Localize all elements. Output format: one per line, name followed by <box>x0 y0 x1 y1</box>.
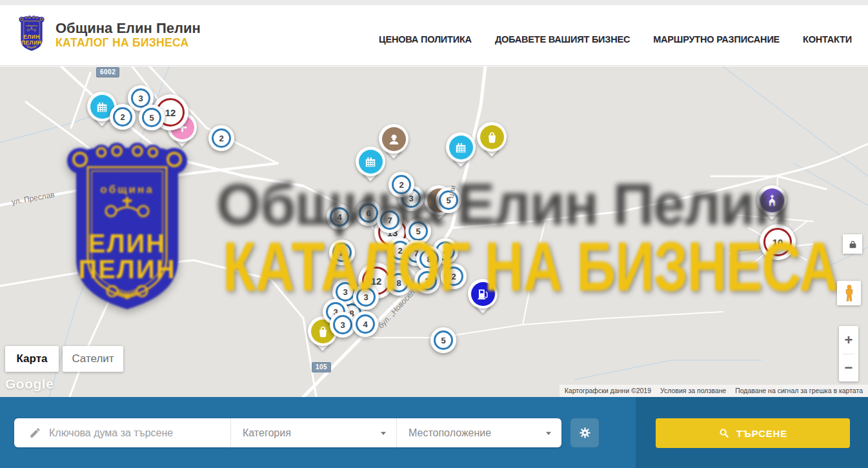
lock-control-button[interactable] <box>843 234 862 254</box>
advanced-search-button[interactable] <box>570 418 599 447</box>
search-bar: Категория Местоположение <box>0 397 868 468</box>
map-cluster-marker[interactable]: 7 <box>377 207 403 233</box>
zoom-out-button[interactable]: − <box>839 354 858 382</box>
google-logo[interactable]: Google <box>5 376 54 392</box>
top-strip <box>0 0 868 5</box>
map-pin-fuel[interactable] <box>468 279 498 309</box>
map-type-control: Карта Сателит <box>5 346 123 372</box>
map-cluster-marker[interactable]: 5 <box>430 327 456 353</box>
map-cluster-marker[interactable]: 3 <box>330 312 356 338</box>
pegman-icon <box>843 283 856 303</box>
category-select[interactable]: Категория <box>231 418 396 447</box>
site-logo[interactable]: община ЕЛИН ПЕЛИН Община Елин Пелин КАТА… <box>16 15 201 56</box>
map-pin-bag[interactable] <box>477 122 507 152</box>
chevron-down-icon <box>381 432 386 435</box>
map-cluster-marker[interactable]: 2 <box>389 172 414 198</box>
map-cluster-marker[interactable]: 2 <box>441 263 467 289</box>
site-title: Община Елин Пелин <box>56 21 201 37</box>
keyword-field <box>14 418 231 447</box>
nav-item-2[interactable]: МАРШРУТНО РАЗПИСАНИЕ <box>653 34 780 45</box>
main-nav: ЦЕНОВА ПОЛИТИКАДОБАВЕТЕ ВАШИЯТ БИЗНЕСМАР… <box>379 26 852 45</box>
location-select[interactable]: Местоположение <box>396 418 561 447</box>
zoom-in-button[interactable]: + <box>839 327 858 354</box>
map-cluster-marker[interactable]: 10 <box>760 224 796 260</box>
map-pin-building[interactable] <box>446 132 476 162</box>
search-fields: Категория Местоположение <box>14 418 561 447</box>
street-view-pegman-button[interactable] <box>837 281 861 305</box>
map-attribution: Картографски данни ©2019Условия за ползв… <box>560 385 868 397</box>
header: община ЕЛИН ПЕЛИН Община Елин Пелин КАТА… <box>0 5 868 66</box>
google-map[interactable]: 1232521332564752478212822833334510600210… <box>0 66 868 397</box>
map-cluster-marker[interactable]: 4 <box>352 311 378 337</box>
attribution-text: Картографски данни ©2019 <box>565 387 651 394</box>
map-cluster-marker[interactable]: 2 <box>329 239 355 265</box>
map-type-satellite-button[interactable]: Сателит <box>63 346 123 372</box>
gear-icon <box>578 426 592 440</box>
lock-icon <box>848 239 858 249</box>
municipality-emblem-icon: община ЕЛИН ПЕЛИН <box>16 15 47 56</box>
map-pin-church[interactable] <box>757 185 787 215</box>
pencil-icon <box>29 427 41 439</box>
page: община ЕЛИН ПЕЛИН Община Елин Пелин КАТА… <box>0 0 868 468</box>
site-subtitle: КАТАЛОГ НА БИЗНЕСА <box>56 37 201 50</box>
map-cluster-marker[interactable]: 5 <box>139 105 165 130</box>
nav-item-0[interactable]: ЦЕНОВА ПОЛИТИКА <box>379 34 472 45</box>
svg-text:ПЕЛИН: ПЕЛИН <box>21 39 42 46</box>
map-cluster-marker[interactable]: 2 <box>414 268 440 294</box>
nav-item-3[interactable]: КОНТАКТИ <box>803 34 852 45</box>
attribution-link[interactable]: Условия за ползване <box>660 387 726 394</box>
attribution-link[interactable]: Подаване на сигнал за грешка в картата <box>735 387 863 394</box>
road-number-badge: 6002 <box>96 67 119 77</box>
map-cluster-marker[interactable]: 3 <box>353 284 379 310</box>
svg-text:община: община <box>26 25 37 27</box>
map-type-map-button[interactable]: Карта <box>5 346 59 372</box>
search-icon <box>718 427 730 439</box>
map-pin-building[interactable] <box>356 147 385 176</box>
road-number-badge: 105 <box>312 362 331 372</box>
keyword-search-input[interactable] <box>49 427 210 439</box>
zoom-control: + − <box>839 326 858 382</box>
map-cluster-marker[interactable]: 4 <box>327 204 352 230</box>
nav-item-1[interactable]: ДОБАВЕТЕ ВАШИЯТ БИЗНЕС <box>495 34 630 45</box>
map-cluster-marker[interactable]: 2 <box>208 125 234 151</box>
search-button[interactable]: ТЪРСЕНЕ <box>656 418 850 448</box>
map-cluster-marker[interactable]: 2 <box>110 104 136 130</box>
chevron-down-icon <box>546 432 551 435</box>
